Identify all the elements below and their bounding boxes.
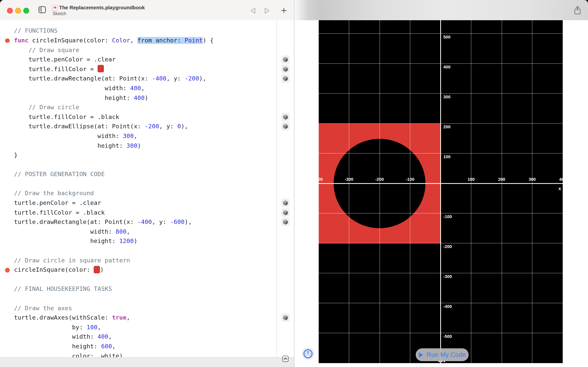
- code-token: ,: [108, 333, 112, 340]
- code-line[interactable]: // Draw the axes: [0, 303, 294, 313]
- code-token: // Draw square: [14, 46, 79, 53]
- turtle-canvas: -400-300-200-100100200300400500400300200…: [319, 20, 563, 363]
- code-line[interactable]: width: 400,: [0, 332, 294, 342]
- breakpoint-indicator[interactable]: [5, 39, 9, 43]
- code-line[interactable]: turtle.drawRectangle(at: Point(x: -400, …: [0, 74, 294, 83]
- code-token: 600: [101, 343, 112, 350]
- code-line[interactable]: circleInSquare(color: ): [0, 265, 294, 275]
- minimize-button[interactable]: [15, 8, 21, 13]
- code-line[interactable]: height: 1200): [0, 237, 294, 246]
- gridline-vertical: [502, 20, 502, 363]
- code-line[interactable]: turtle.fillColor = .black: [0, 112, 294, 122]
- color-literal-swatch[interactable]: [97, 65, 104, 73]
- drag-handle-dots[interactable]: •••: [436, 360, 448, 363]
- share-icon[interactable]: [574, 5, 581, 15]
- result-cube-button[interactable]: [281, 122, 290, 131]
- code-line[interactable]: // POSTER GENERATION CODE: [0, 170, 294, 179]
- code-line[interactable]: turtle.drawEllipse(at: Point(x: -200, y:…: [0, 122, 294, 131]
- zoom-button[interactable]: [23, 8, 29, 13]
- result-cube-button[interactable]: [281, 55, 290, 64]
- forward-icon[interactable]: [264, 7, 270, 14]
- code-token: turtle.drawRectangle(at: Point(x:: [14, 75, 152, 82]
- pane-divider[interactable]: [294, 0, 294, 367]
- result-cube-icon: [281, 208, 290, 217]
- code-line[interactable]: [0, 246, 294, 256]
- code-line[interactable]: turtle.drawAxes(withScale: true,: [0, 313, 294, 323]
- speedometer-icon: [303, 349, 313, 359]
- result-cube-button[interactable]: [281, 75, 290, 83]
- result-cube-button[interactable]: [281, 218, 290, 226]
- color-literal-swatch[interactable]: [94, 266, 100, 273]
- code-line[interactable]: color: .white): [0, 351, 294, 358]
- code-token: width:: [14, 85, 130, 92]
- code-token: }: [14, 152, 18, 158]
- result-cube-button[interactable]: [281, 314, 290, 322]
- code-line[interactable]: // Draw the background: [0, 189, 294, 198]
- code-token: Color: [112, 37, 130, 44]
- code-line[interactable]: [0, 275, 294, 284]
- code-line[interactable]: [0, 160, 294, 169]
- expand-console-button[interactable]: [282, 356, 289, 362]
- code-line[interactable]: height: 600,: [0, 342, 294, 351]
- code-token: turtle.drawAxes(withScale:: [14, 314, 112, 321]
- code-line[interactable]: func circleInSquare(color: Color, from a…: [0, 36, 294, 45]
- code-line[interactable]: // Draw circle: [0, 103, 294, 112]
- code-line[interactable]: width: 800,: [0, 227, 294, 237]
- breakpoint-indicator[interactable]: [5, 268, 9, 272]
- code-line[interactable]: turtle.fillColor = .black: [0, 208, 294, 217]
- close-button[interactable]: [7, 8, 13, 13]
- code-token: ): [100, 266, 104, 273]
- y-tick-label: 100: [443, 154, 451, 159]
- code-line[interactable]: turtle.drawRectangle(at: Point(x: -400, …: [0, 217, 294, 227]
- code-line[interactable]: turtle.penColor = .clear: [0, 198, 294, 208]
- code-token: ,: [126, 314, 130, 321]
- code-line[interactable]: height: 300): [0, 141, 294, 150]
- code-token: // Draw the axes: [14, 305, 72, 312]
- execution-speed-button[interactable]: [302, 348, 314, 360]
- y-tick-label: -500: [443, 334, 452, 339]
- result-cube-icon: [281, 314, 290, 322]
- x-axis-name-label: x: [558, 186, 561, 191]
- code-line[interactable]: [0, 179, 294, 189]
- result-cube-icon: [281, 122, 290, 131]
- code-line[interactable]: turtle.penColor = .clear: [0, 55, 294, 64]
- code-token: 100: [86, 324, 97, 331]
- code-token: by:: [14, 324, 86, 331]
- code-line[interactable]: turtle.fillColor =: [0, 65, 294, 74]
- y-tick-label: -300: [443, 274, 452, 279]
- code-token: // FINAL HOUSEKEEPING TASKS: [14, 285, 112, 292]
- code-token: // FUNCTIONS: [14, 27, 58, 34]
- x-tick-label: 100: [468, 177, 475, 182]
- run-my-code-button[interactable]: Run My Code: [416, 348, 469, 361]
- code-token: circleInSquare(color:: [14, 266, 94, 273]
- code-token: -200: [145, 123, 159, 130]
- code-line[interactable]: // Draw square: [0, 45, 294, 55]
- code-token: func: [14, 37, 29, 44]
- results-gutter-divider: [277, 20, 277, 367]
- plus-icon[interactable]: [281, 7, 287, 14]
- result-cube-button[interactable]: [281, 65, 290, 73]
- code-line[interactable]: width: 300,: [0, 131, 294, 141]
- back-icon[interactable]: [250, 7, 256, 14]
- code-token: 400: [97, 333, 108, 340]
- code-editor[interactable]: // FUNCTIONSfunc circleInSquare(color: C…: [0, 20, 294, 358]
- result-cube-button[interactable]: [281, 199, 290, 207]
- code-line[interactable]: // FUNCTIONS: [0, 26, 294, 36]
- result-cube-icon: [281, 65, 290, 73]
- code-line[interactable]: width: 400,: [0, 83, 294, 93]
- gridline-vertical: [532, 20, 532, 363]
- y-tick-label: 200: [443, 125, 451, 129]
- code-line[interactable]: // Draw circle in square pattern: [0, 256, 294, 265]
- gridline-horizontal: [319, 93, 563, 94]
- code-line[interactable]: by: 100,: [0, 323, 294, 332]
- code-line[interactable]: [0, 294, 294, 303]
- code-line[interactable]: height: 400): [0, 93, 294, 103]
- sidebar-toggle-icon[interactable]: [39, 6, 46, 13]
- result-cube-button[interactable]: [281, 208, 290, 217]
- result-cube-icon: [281, 218, 290, 226]
- y-tick-label: 400: [443, 65, 451, 69]
- code-line[interactable]: }: [0, 150, 294, 160]
- result-cube-button[interactable]: [281, 113, 290, 121]
- document-icon[interactable]: [52, 5, 58, 11]
- code-line[interactable]: // FINAL HOUSEKEEPING TASKS: [0, 284, 294, 294]
